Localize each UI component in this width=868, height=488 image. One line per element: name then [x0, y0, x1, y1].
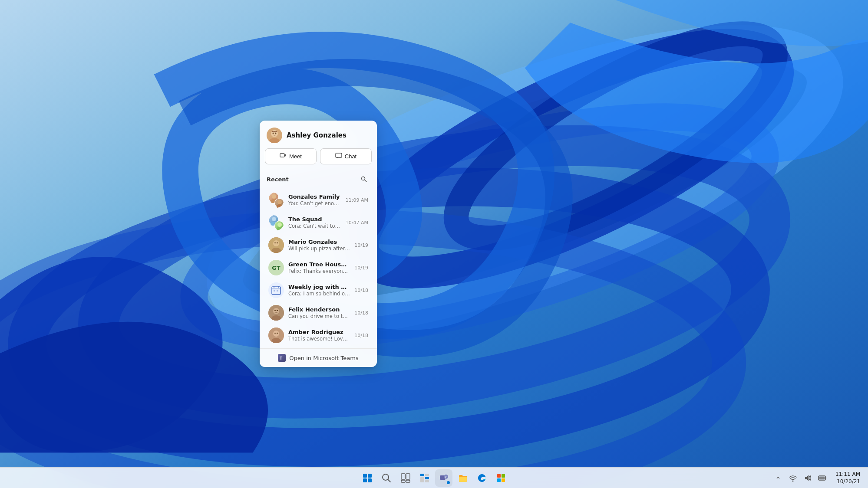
recent-section: Recent	[260, 170, 377, 189]
search-taskbar-button[interactable]	[378, 469, 395, 487]
chat-info: Felix Henderson Can you drive me to the …	[288, 306, 350, 319]
svg-rect-56	[406, 480, 410, 482]
chat-info: The Squad Cora: Can't wait to see everyo…	[288, 216, 341, 229]
wifi-icon[interactable]	[786, 471, 800, 485]
chat-info: Mario Gonzales Will pick up pizza after …	[288, 239, 350, 252]
svg-rect-47	[363, 474, 367, 478]
svg-point-21	[272, 217, 276, 221]
chat-preview: You: Can't get enough of her.	[288, 200, 341, 206]
user-name: Ashley Gonzales	[287, 131, 347, 139]
svg-point-15	[362, 177, 365, 180]
chat-preview: Cora: I am so behind on my step goals.	[288, 291, 350, 297]
svg-rect-72	[819, 476, 825, 479]
svg-point-45	[277, 333, 278, 334]
svg-rect-53	[401, 474, 405, 479]
list-item[interactable]: Weekly jog with Cora Cora: I am so behin…	[261, 279, 375, 301]
list-item[interactable]: Mario Gonzales Will pick up pizza after …	[261, 234, 375, 256]
teams-chat-button[interactable]: T	[435, 469, 452, 487]
svg-rect-66	[502, 474, 505, 478]
svg-text:T: T	[280, 356, 283, 360]
svg-point-19	[277, 200, 282, 204]
list-item[interactable]: Felix Henderson Can you drive me to the …	[261, 301, 375, 324]
svg-rect-13	[280, 154, 284, 157]
list-item[interactable]: GT Green Tree House PTA Felix: Thanks ev…	[261, 256, 375, 279]
chat-time: 10/19	[354, 265, 368, 271]
chat-time: 11:09 AM	[346, 197, 368, 203]
svg-point-42	[273, 331, 279, 337]
svg-point-23	[277, 223, 282, 227]
chat-info: Amber Rodriguez That is awesome! Love it…	[288, 329, 350, 342]
recent-label: Recent	[267, 176, 289, 183]
chat-name: The Squad	[288, 216, 341, 223]
taskbar-center: T	[359, 469, 510, 487]
meet-button[interactable]: Meet	[265, 148, 317, 164]
chat-name: Mario Gonzales	[288, 239, 350, 245]
chat-info: Green Tree House PTA Felix: Thanks every…	[288, 261, 350, 274]
chat-time: 10/18	[354, 310, 368, 316]
chat-time: 10/18	[354, 333, 368, 338]
tray-icons	[771, 471, 829, 485]
start-button[interactable]	[359, 469, 376, 487]
chat-time: 10:47 AM	[346, 220, 368, 226]
svg-rect-57	[420, 474, 424, 476]
file-explorer-button[interactable]	[454, 469, 472, 487]
desktop: Ashley Gonzales Meet	[0, 0, 868, 488]
recent-header: Recent	[267, 173, 370, 185]
svg-point-17	[272, 194, 276, 199]
volume-icon[interactable]	[801, 471, 815, 485]
svg-rect-34	[274, 290, 275, 291]
svg-rect-67	[497, 478, 501, 482]
svg-point-44	[274, 333, 276, 334]
list-item[interactable]: Gonzales Family You: Can't get enough of…	[261, 189, 375, 211]
chat-name: Weekly jog with Cora	[288, 284, 350, 290]
avatar	[268, 192, 284, 208]
chat-preview: Felix: Thanks everyone for attending tod…	[288, 268, 350, 274]
svg-rect-14	[336, 153, 342, 157]
chat-icon	[335, 152, 342, 160]
chat-preview: Will pick up pizza after my practice.	[288, 246, 350, 252]
chat-time: 10/19	[354, 242, 368, 248]
svg-point-40	[277, 310, 278, 311]
svg-point-24	[277, 227, 283, 230]
svg-point-29	[277, 242, 278, 244]
svg-point-28	[274, 242, 276, 244]
taskbar-clock[interactable]: 11:11 AM 10/20/21	[833, 469, 863, 487]
list-item[interactable]: Amber Rodriguez That is awesome! Love it…	[261, 324, 375, 347]
tray-chevron[interactable]	[771, 471, 785, 485]
avatar	[268, 282, 284, 298]
chat-list: Gonzales Family You: Can't get enough of…	[260, 189, 377, 347]
chat-preview: That is awesome! Love it!	[288, 336, 350, 342]
chat-label: Chat	[345, 153, 356, 160]
svg-line-16	[365, 180, 366, 182]
chat-name: Amber Rodriguez	[288, 329, 350, 335]
avatar	[268, 328, 284, 343]
svg-rect-50	[368, 478, 372, 482]
chat-button[interactable]: Chat	[320, 148, 372, 164]
svg-point-11	[273, 133, 274, 134]
task-view-button[interactable]	[397, 469, 414, 487]
chat-preview: Can you drive me to the PTA today?	[288, 313, 350, 319]
battery-icon[interactable]	[815, 471, 829, 485]
user-avatar	[267, 128, 282, 143]
svg-rect-54	[406, 474, 410, 479]
action-buttons: Meet Chat	[260, 148, 377, 170]
store-button[interactable]	[492, 469, 510, 487]
chat-name: Gonzales Family	[288, 193, 341, 200]
chat-info: Weekly jog with Cora Cora: I am so behin…	[288, 284, 350, 297]
chat-name: Felix Henderson	[288, 306, 350, 313]
avatar: GT	[268, 260, 284, 275]
avatar	[268, 215, 284, 230]
chat-preview: Cora: Can't wait to see everyone!	[288, 223, 341, 229]
list-item[interactable]: The Squad Cora: Can't wait to see everyo…	[261, 211, 375, 234]
chat-time: 10/18	[354, 288, 368, 293]
svg-point-39	[274, 310, 276, 311]
avatar	[268, 237, 284, 253]
open-teams-button[interactable]: T Open in Microsoft Teams	[260, 348, 377, 367]
widgets-button[interactable]	[416, 469, 433, 487]
taskbar: T	[0, 467, 868, 488]
edge-button[interactable]	[473, 469, 491, 487]
svg-rect-30	[272, 287, 281, 295]
teams-icon: T	[278, 354, 286, 362]
search-button[interactable]	[358, 173, 370, 185]
svg-rect-71	[825, 477, 826, 479]
